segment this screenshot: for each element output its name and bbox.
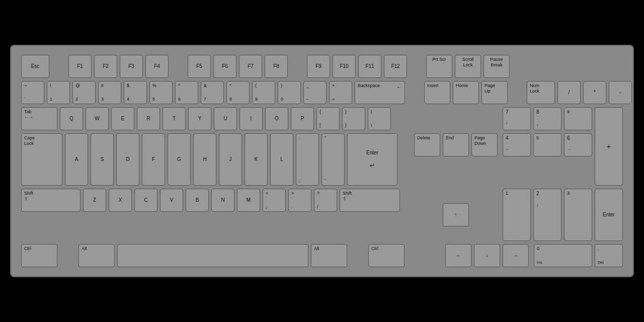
- key-w[interactable]: W: [86, 107, 109, 130]
- key-lbracket[interactable]: {[: [316, 107, 340, 130]
- key-b[interactable]: B: [186, 189, 209, 212]
- key-f3[interactable]: F3: [120, 55, 143, 78]
- key-f5[interactable]: F5: [188, 55, 211, 78]
- key-num5[interactable]: 5: [533, 133, 561, 156]
- key-shift-right[interactable]: Shift⇧: [340, 189, 400, 212]
- key-insert[interactable]: Insert: [424, 81, 450, 104]
- key-o[interactable]: O: [265, 107, 288, 130]
- key-backspace[interactable]: Backspace←: [355, 81, 405, 104]
- key-numpad-minus[interactable]: -: [609, 81, 632, 104]
- key-6[interactable]: ^6: [175, 81, 198, 104]
- key-numdot[interactable]: .Del: [595, 244, 623, 267]
- key-3[interactable]: #3: [98, 81, 121, 104]
- key-f6[interactable]: F6: [213, 55, 236, 78]
- key-capslock[interactable]: CapsLock: [21, 133, 62, 186]
- key-pagedown[interactable]: PageDown: [471, 133, 498, 156]
- key-num7[interactable]: 7↑: [503, 107, 531, 130]
- key-backslash[interactable]: |\: [368, 107, 391, 130]
- key-pageup[interactable]: PageUp: [481, 81, 508, 104]
- key-c[interactable]: C: [134, 189, 157, 212]
- key-home[interactable]: Home: [453, 81, 479, 104]
- key-i[interactable]: I: [239, 107, 263, 130]
- key-enter[interactable]: Enter↵: [347, 133, 397, 186]
- key-0[interactable]: )0: [278, 81, 301, 104]
- key-shift-left[interactable]: Shift⇧: [21, 189, 80, 212]
- key-s[interactable]: S: [91, 133, 114, 186]
- key-quote[interactable]: "': [321, 133, 345, 186]
- key-pausebreak[interactable]: PauseBreak: [484, 55, 510, 78]
- key-t[interactable]: T: [163, 107, 186, 130]
- key-num8[interactable]: 8↑: [533, 107, 561, 130]
- key-arrow-up[interactable]: ↑: [443, 203, 469, 226]
- key-m[interactable]: M: [237, 189, 260, 212]
- key-f9[interactable]: F9: [307, 55, 330, 78]
- key-numpad-star[interactable]: *: [583, 81, 606, 104]
- key-delete[interactable]: Delete: [414, 133, 440, 156]
- key-2[interactable]: @2: [72, 81, 96, 104]
- key-f10[interactable]: F10: [333, 55, 356, 78]
- key-e[interactable]: E: [111, 107, 134, 130]
- key-n[interactable]: N: [211, 189, 234, 212]
- key-numpad-plus[interactable]: +: [595, 107, 623, 186]
- key-f11[interactable]: F11: [358, 55, 381, 78]
- key-numpad-enter[interactable]: Enter: [595, 189, 623, 241]
- key-u[interactable]: U: [214, 107, 237, 130]
- key-g[interactable]: G: [168, 133, 191, 186]
- key-tab[interactable]: Tab←→: [21, 107, 57, 130]
- key-4[interactable]: $4: [124, 81, 147, 104]
- key-tilde[interactable]: ~`: [21, 81, 44, 104]
- key-alt-right[interactable]: Alt: [311, 244, 347, 267]
- key-arrow-right[interactable]: →: [503, 244, 529, 267]
- key-d[interactable]: D: [116, 133, 139, 186]
- key-v[interactable]: V: [160, 189, 183, 212]
- key-f8[interactable]: F8: [265, 55, 288, 78]
- key-equals[interactable]: +=: [329, 81, 352, 104]
- key-l[interactable]: L: [270, 133, 293, 186]
- key-x[interactable]: X: [109, 189, 132, 212]
- key-5[interactable]: %5: [149, 81, 173, 104]
- key-ctrl-right[interactable]: Ctrl: [368, 244, 405, 267]
- key-a[interactable]: A: [65, 133, 88, 186]
- key-comma[interactable]: <,: [263, 189, 286, 212]
- key-num3[interactable]: 3: [564, 189, 592, 241]
- key-z[interactable]: Z: [83, 189, 106, 212]
- key-7[interactable]: &7: [201, 81, 224, 104]
- key-slash[interactable]: ?/: [314, 189, 337, 212]
- key-alt-left[interactable]: Alt: [78, 244, 115, 267]
- key-num1[interactable]: 1: [503, 189, 531, 241]
- key-arrow-down[interactable]: ↓: [474, 244, 500, 267]
- key-q[interactable]: Q: [60, 107, 83, 130]
- key-num9[interactable]: 9: [564, 107, 592, 130]
- key-numpad-slash[interactable]: /: [557, 81, 581, 104]
- key-j[interactable]: J: [219, 133, 242, 186]
- key-space[interactable]: [117, 244, 308, 267]
- key-h[interactable]: H: [193, 133, 216, 186]
- key-8[interactable]: *8: [226, 81, 250, 104]
- key-f2[interactable]: F2: [94, 55, 117, 78]
- key-num6[interactable]: 6→: [564, 133, 592, 156]
- key-ctrl-left[interactable]: Ctrl: [21, 244, 57, 267]
- key-k[interactable]: K: [245, 133, 268, 186]
- key-9[interactable]: (9: [252, 81, 275, 104]
- key-semicolon[interactable]: :;: [296, 133, 319, 186]
- key-num0[interactable]: 0Ins: [534, 244, 592, 267]
- key-r[interactable]: R: [137, 107, 160, 130]
- key-f1[interactable]: F1: [68, 55, 92, 78]
- key-scrolllock[interactable]: ScrollLock: [455, 55, 481, 78]
- key-f4[interactable]: F4: [145, 55, 169, 78]
- key-f7[interactable]: F7: [239, 55, 262, 78]
- key-arrow-left[interactable]: ←: [445, 244, 471, 267]
- key-esc[interactable]: Esc: [21, 55, 49, 78]
- key-numlock[interactable]: NumLock: [527, 81, 555, 104]
- key-end[interactable]: End: [443, 133, 469, 156]
- key-num2[interactable]: 2↓: [533, 189, 561, 241]
- key-1[interactable]: !1: [47, 81, 70, 104]
- key-minus[interactable]: _-: [303, 81, 327, 104]
- key-prtscr[interactable]: Prt Scr: [426, 55, 452, 78]
- key-f12[interactable]: F12: [384, 55, 407, 78]
- key-f[interactable]: F: [142, 133, 165, 186]
- key-y[interactable]: Y: [188, 107, 211, 130]
- key-p[interactable]: P: [291, 107, 314, 130]
- key-num4[interactable]: 4←: [503, 133, 531, 156]
- key-rbracket[interactable]: }]: [342, 107, 365, 130]
